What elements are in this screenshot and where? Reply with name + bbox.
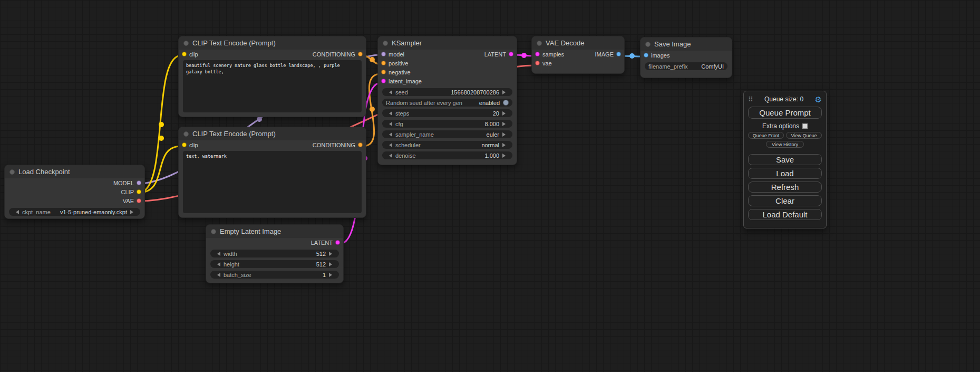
node-title-bar[interactable]: CLIP Text Encode (Prompt) — [179, 36, 366, 50]
collapse-dot-icon[interactable] — [537, 41, 542, 46]
view-queue-button[interactable]: View Queue — [786, 132, 822, 139]
widget-random-seed-toggle[interactable]: Random seed after every gen enabled — [382, 99, 512, 107]
stepper-right-icon[interactable] — [502, 111, 509, 116]
stepper-left-icon[interactable] — [386, 90, 392, 94]
stepper-left-icon[interactable] — [386, 143, 392, 147]
widget-value: 1.000 — [484, 152, 499, 159]
widget-denoise[interactable]: denoise 1.000 — [382, 151, 512, 159]
output-slot-clip[interactable] — [137, 189, 141, 194]
input-slot-vae[interactable] — [535, 61, 540, 65]
widget-seed[interactable]: seed 156680208700286 — [382, 88, 512, 96]
stepper-right-icon[interactable] — [502, 143, 509, 147]
wire-midpoint-dot — [521, 53, 527, 58]
stepper-left-icon[interactable] — [13, 210, 19, 214]
input-slot-positive[interactable] — [381, 61, 386, 65]
widget-label: cfg — [395, 121, 403, 127]
input-slot-negative[interactable] — [381, 70, 386, 74]
extra-options-checkbox[interactable] — [802, 123, 808, 129]
node-ksampler[interactable]: KSampler model LATENT positive negative — [377, 36, 517, 165]
output-slot-vae[interactable] — [137, 198, 141, 203]
node-graph-canvas[interactable]: Load Checkpoint MODEL CLIP VAE — [0, 0, 980, 372]
stepper-right-icon[interactable] — [329, 273, 335, 277]
stepper-right-icon[interactable] — [502, 122, 509, 126]
node-title-bar[interactable]: Empty Latent Image — [206, 225, 343, 238]
widget-batch-size[interactable]: batch_size 1 — [210, 271, 339, 279]
input-slot-model[interactable] — [381, 52, 386, 56]
input-slot-images[interactable] — [644, 53, 648, 58]
widget-cfg[interactable]: cfg 8.000 — [382, 120, 512, 128]
clear-button[interactable]: Clear — [748, 195, 822, 206]
widget-height[interactable]: height 512 — [210, 260, 339, 268]
stepper-right-icon[interactable] — [502, 90, 509, 94]
widget-ckpt-name[interactable]: ckpt_name v1-5-pruned-emaonly.ckpt — [9, 208, 140, 216]
stepper-right-icon[interactable] — [329, 262, 335, 266]
load-button[interactable]: Load — [748, 168, 822, 179]
input-label-latent-image: latent_image — [389, 78, 422, 84]
node-save-image[interactable]: Save Image images filename_prefix ComfyU… — [640, 37, 732, 78]
widget-width[interactable]: width 512 — [210, 250, 339, 257]
widget-filename-prefix[interactable]: filename_prefix ComfyUI — [645, 62, 727, 70]
stepper-left-icon[interactable] — [386, 132, 392, 137]
stepper-right-icon[interactable] — [329, 252, 335, 256]
collapse-dot-icon[interactable] — [383, 41, 388, 46]
input-label-clip: clip — [189, 142, 198, 148]
node-title: CLIP Text Encode (Prompt) — [192, 39, 276, 47]
widget-label: ckpt_name — [22, 209, 51, 215]
wire-midpoint-dot — [370, 57, 375, 62]
queue-prompt-button[interactable]: Queue Prompt — [748, 107, 822, 119]
stepper-left-icon[interactable] — [386, 111, 392, 116]
input-slot-clip[interactable] — [182, 142, 187, 147]
load-default-button[interactable]: Load Default — [748, 209, 822, 220]
view-history-button[interactable]: View History — [766, 141, 804, 148]
node-title-bar[interactable]: VAE Decode — [532, 36, 624, 50]
toggle-knob-icon[interactable] — [503, 100, 509, 106]
prompt-textarea[interactable]: text, watermark — [183, 151, 362, 213]
input-label-model: model — [389, 51, 404, 58]
collapse-dot-icon[interactable] — [645, 42, 651, 47]
settings-gear-icon[interactable]: ⚙ — [815, 96, 822, 103]
widget-value: 512 — [316, 251, 326, 257]
widget-sampler-name[interactable]: sampler_name euler — [382, 130, 512, 138]
refresh-button[interactable]: Refresh — [748, 182, 822, 193]
node-empty-latent-image[interactable]: Empty Latent Image LATENT width 512 — [206, 224, 344, 283]
collapse-dot-icon[interactable] — [211, 229, 216, 234]
widget-steps[interactable]: steps 20 — [382, 109, 512, 117]
collapse-dot-icon[interactable] — [183, 131, 189, 137]
output-slot-conditioning[interactable] — [358, 52, 363, 56]
node-title-bar[interactable]: CLIP Text Encode (Prompt) — [179, 127, 366, 140]
stepper-left-icon[interactable] — [214, 273, 220, 277]
queue-front-button[interactable]: Queue Front — [748, 132, 784, 139]
stepper-left-icon[interactable] — [386, 122, 392, 126]
node-title-bar[interactable]: Load Checkpoint — [5, 165, 144, 178]
prompt-textarea[interactable]: beautiful scenery nature glass bottle la… — [183, 60, 362, 112]
widget-scheduler[interactable]: scheduler normal — [382, 141, 512, 149]
node-title: Load Checkpoint — [18, 168, 70, 176]
output-slot-image[interactable] — [616, 52, 621, 56]
output-slot-conditioning[interactable] — [358, 142, 363, 147]
output-label-conditioning: CONDITIONING — [313, 51, 355, 58]
node-title-bar[interactable]: KSampler — [378, 36, 517, 50]
input-slot-latent-image[interactable] — [381, 79, 386, 83]
stepper-right-icon[interactable] — [130, 210, 137, 214]
wire-clip-to-negative — [139, 146, 181, 193]
node-vae-decode[interactable]: VAE Decode samples IMAGE vae — [531, 36, 625, 74]
collapse-dot-icon[interactable] — [9, 169, 15, 175]
drag-handle-icon[interactable]: ⠿ — [748, 96, 753, 103]
node-load-checkpoint[interactable]: Load Checkpoint MODEL CLIP VAE — [4, 165, 145, 219]
stepper-right-icon[interactable] — [502, 132, 509, 137]
output-slot-latent[interactable] — [335, 240, 340, 245]
input-slot-samples[interactable] — [535, 52, 540, 56]
output-slot-model[interactable] — [137, 180, 141, 185]
stepper-left-icon[interactable] — [214, 262, 220, 266]
stepper-right-icon[interactable] — [502, 154, 509, 158]
node-clip-text-encode-positive[interactable]: CLIP Text Encode (Prompt) clip CONDITION… — [178, 36, 366, 117]
stepper-left-icon[interactable] — [386, 154, 392, 158]
collapse-dot-icon[interactable] — [183, 41, 189, 46]
node-title-bar[interactable]: Save Image — [641, 37, 732, 51]
input-slot-clip[interactable] — [182, 52, 187, 56]
stepper-left-icon[interactable] — [214, 252, 220, 256]
node-clip-text-encode-negative[interactable]: CLIP Text Encode (Prompt) clip CONDITION… — [178, 127, 366, 218]
save-button[interactable]: Save — [748, 154, 822, 165]
widget-label: width — [224, 251, 237, 257]
output-slot-latent[interactable] — [509, 52, 513, 56]
